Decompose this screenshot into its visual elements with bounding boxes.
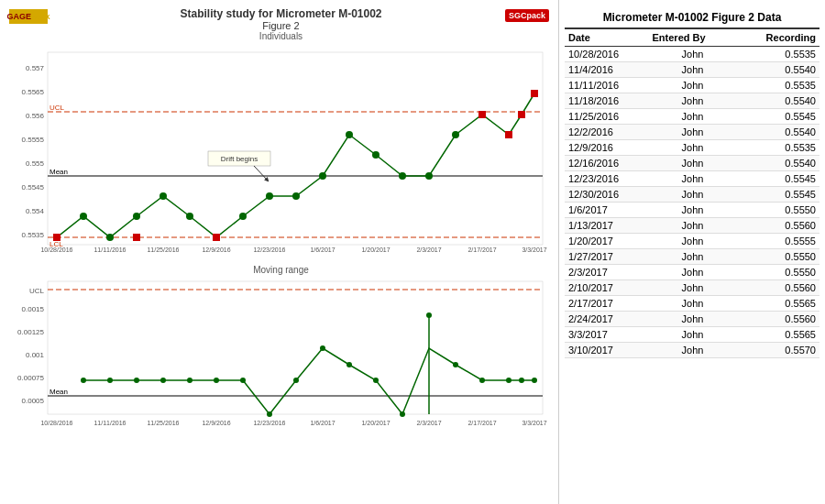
data-panel: Micrometer M-01002 Figure 2 Data Date En… — [559, 0, 825, 504]
svg-text:11/11/2016: 11/11/2016 — [94, 420, 126, 426]
individuals-chart: 0.557 0.5565 0.556 0.5555 0.555 0.5545 0… — [11, 43, 552, 263]
cell-date: 1/27/2017 — [565, 249, 649, 265]
svg-text:0.5545: 0.5545 — [21, 183, 44, 192]
svg-text:0.0015: 0.0015 — [21, 305, 44, 313]
table-main-header: Micrometer M-01002 Figure 2 Data — [565, 7, 820, 28]
svg-text:Mean: Mean — [50, 388, 68, 396]
table-row: 2/10/2017John0.5560 — [565, 280, 820, 296]
table-row: 11/4/2016John0.5540 — [565, 62, 820, 78]
table-row: 1/13/2017John0.5560 — [565, 218, 820, 234]
cell-date: 11/25/2016 — [565, 109, 649, 125]
svg-text:10/28/2016: 10/28/2016 — [40, 247, 72, 253]
table-row: 12/23/2016John0.5545 — [565, 171, 820, 187]
cell-date: 1/13/2017 — [565, 218, 649, 234]
cell-recording: 0.5545 — [736, 187, 820, 203]
cell-entered-by: John — [649, 203, 737, 218]
chart-title: Stability study for Micrometer M-01002 — [7, 7, 555, 20]
cell-entered-by: John — [649, 156, 737, 171]
cell-recording: 0.5540 — [736, 93, 820, 109]
svg-text:2/3/2017: 2/3/2017 — [416, 420, 441, 426]
svg-rect-36 — [133, 234, 140, 241]
svg-point-27 — [372, 151, 380, 159]
svg-text:1/20/2017: 1/20/2017 — [361, 420, 390, 426]
svg-rect-34 — [531, 90, 538, 97]
col-header-date: Date — [565, 28, 649, 47]
table-row: 12/2/2016John0.5540 — [565, 125, 820, 140]
svg-point-22 — [239, 213, 247, 220]
cell-recording: 0.5550 — [736, 265, 820, 280]
svg-text:0.5535: 0.5535 — [21, 231, 44, 239]
cell-date: 11/11/2016 — [565, 78, 649, 93]
moving-range-label: Moving range — [7, 265, 555, 275]
svg-text:0.0005: 0.0005 — [21, 397, 44, 405]
cell-date: 2/10/2017 — [565, 280, 649, 296]
cell-date: 11/18/2016 — [565, 93, 649, 109]
svg-text:3/3/2017: 3/3/2017 — [522, 247, 546, 253]
svg-point-78 — [506, 378, 512, 383]
svg-point-17 — [106, 234, 114, 241]
svg-text:12/9/2016: 12/9/2016 — [202, 420, 230, 426]
svg-text:2/17/2017: 2/17/2017 — [468, 420, 496, 426]
cell-entered-by: John — [649, 234, 737, 249]
table-row: 12/9/2016John0.5535 — [565, 140, 820, 156]
cell-entered-by: John — [649, 62, 737, 78]
svg-text:0.554: 0.554 — [25, 207, 44, 215]
cell-date: 3/10/2017 — [565, 343, 649, 358]
cell-recording: 0.5565 — [736, 327, 820, 343]
cell-recording: 0.5560 — [736, 312, 820, 327]
cell-recording: 0.5535 — [736, 47, 820, 62]
cell-recording: 0.5570 — [736, 343, 820, 358]
svg-rect-35 — [53, 234, 60, 241]
cell-entered-by: John — [649, 187, 737, 203]
svg-point-69 — [267, 411, 272, 417]
cell-date: 1/6/2017 — [565, 203, 649, 218]
svg-rect-32 — [505, 131, 512, 138]
svg-point-62 — [81, 378, 86, 383]
table-row: 1/20/2017John0.5555 — [565, 234, 820, 249]
cell-date: 11/4/2016 — [565, 62, 649, 78]
svg-text:Drift begins: Drift begins — [220, 155, 257, 163]
cell-entered-by: John — [649, 312, 737, 327]
svg-point-20 — [186, 213, 193, 220]
svg-point-71 — [320, 345, 325, 351]
table-row: 12/16/2016John0.5540 — [565, 156, 820, 171]
cell-date: 12/2/2016 — [565, 125, 649, 140]
svg-point-30 — [452, 131, 459, 138]
table-row: 11/18/2016John0.5540 — [565, 93, 820, 109]
svg-rect-37 — [213, 234, 220, 241]
cell-recording: 0.5540 — [736, 125, 820, 140]
cell-recording: 0.5540 — [736, 156, 820, 171]
svg-point-26 — [346, 131, 353, 138]
table-row: 3/10/2017John0.5570 — [565, 343, 820, 358]
svg-point-25 — [319, 172, 326, 180]
svg-text:1/20/2017: 1/20/2017 — [361, 247, 390, 253]
table-row: 2/3/2017John0.5550 — [565, 265, 820, 280]
cell-recording: 0.5535 — [736, 78, 820, 93]
svg-text:1/6/2017: 1/6/2017 — [310, 247, 335, 253]
svg-point-65 — [160, 378, 166, 383]
svg-point-64 — [134, 378, 139, 383]
cell-date: 12/9/2016 — [565, 140, 649, 156]
svg-point-24 — [292, 192, 300, 200]
svg-text:12/23/2016: 12/23/2016 — [253, 420, 285, 426]
svg-text:2/3/2017: 2/3/2017 — [416, 247, 441, 253]
svg-text:11/25/2016: 11/25/2016 — [147, 247, 179, 253]
svg-text:10/28/2016: 10/28/2016 — [40, 420, 72, 426]
cell-date: 12/30/2016 — [565, 187, 649, 203]
gagepack-logo: GAGEpack — [9, 9, 48, 24]
table-row: 2/17/2017John0.5565 — [565, 296, 820, 312]
svg-point-29 — [425, 172, 433, 180]
table-row: 3/3/2017John0.5565 — [565, 327, 820, 343]
cell-entered-by: John — [649, 280, 737, 296]
svg-point-66 — [187, 378, 192, 383]
svg-point-28 — [399, 172, 406, 180]
svg-rect-52 — [48, 281, 543, 414]
table-row: 12/30/2016John0.5545 — [565, 187, 820, 203]
table-row: 1/27/2017John0.5550 — [565, 249, 820, 265]
svg-point-80 — [532, 378, 537, 383]
cell-entered-by: John — [649, 218, 737, 234]
cell-date: 3/3/2017 — [565, 327, 649, 343]
cell-entered-by: John — [649, 171, 737, 187]
svg-text:12/9/2016: 12/9/2016 — [202, 247, 230, 253]
cell-recording: 0.5535 — [736, 140, 820, 156]
